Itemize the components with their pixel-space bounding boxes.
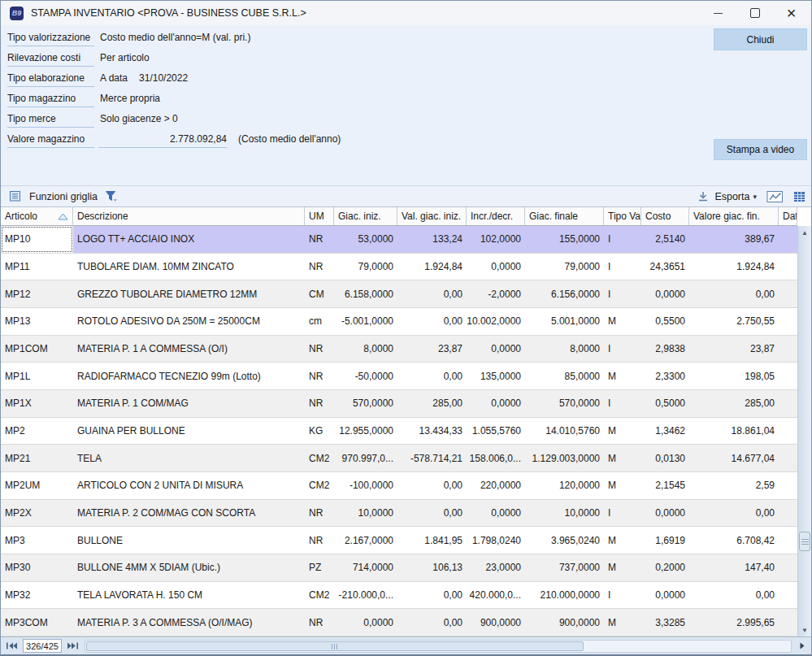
column-header-valore-giac-fin[interactable]: Valore giac. fin. bbox=[689, 207, 779, 225]
vertical-scroll-thumb[interactable] bbox=[799, 532, 810, 551]
table-row[interactable]: MP13ROTOLO ADESIVO DA 250M = 25000CMcm-5… bbox=[1, 308, 797, 336]
cell-descrizione[interactable]: ROTOLO ADESIVO DA 250M = 25000CM bbox=[73, 308, 305, 335]
cell-data-fi[interactable] bbox=[779, 609, 797, 636]
cell-valore-giac-fin[interactable]: 0,00 bbox=[689, 280, 779, 307]
cell-valore-giac-fin[interactable]: 2,59 bbox=[689, 472, 779, 499]
column-header-data-fi[interactable]: Data fi bbox=[779, 207, 797, 225]
cell-descrizione[interactable]: TUBOLARE DIAM. 10MM ZINCATO bbox=[73, 254, 305, 280]
cell-valore-giac-fin[interactable]: 147,40 bbox=[689, 554, 779, 581]
cell-articolo[interactable]: MP2UM bbox=[1, 472, 73, 499]
cell-tipo-val[interactable]: I bbox=[604, 254, 641, 280]
cell-data-fi[interactable] bbox=[779, 336, 797, 363]
cell-data-fi[interactable] bbox=[779, 254, 797, 280]
cell-giac-iniz[interactable]: 12.955,0000 bbox=[334, 418, 397, 445]
cell-val-giac-iniz[interactable]: 23,87 bbox=[397, 336, 467, 363]
cell-costo[interactable]: 1,3462 bbox=[641, 418, 689, 445]
cell-descrizione[interactable]: GUAINA PER BULLONE bbox=[73, 418, 305, 445]
cell-giac-iniz[interactable]: 79,0000 bbox=[334, 254, 397, 280]
cell-giac-finale[interactable]: 79,0000 bbox=[525, 254, 604, 280]
cell-descrizione[interactable]: MATERIA P. 1 A COMMESSA (O/I) bbox=[73, 336, 305, 363]
export-download-icon[interactable] bbox=[697, 190, 710, 202]
cell-um[interactable]: NR bbox=[305, 527, 334, 554]
cell-incr-decr[interactable]: 135,0000 bbox=[467, 363, 525, 389]
cell-costo[interactable]: 0,0000 bbox=[641, 500, 689, 527]
cell-valore-giac-fin[interactable]: 1.924,84 bbox=[689, 254, 779, 280]
cell-incr-decr[interactable]: 0,0000 bbox=[467, 500, 525, 527]
cell-descrizione[interactable]: BULLONE bbox=[73, 527, 305, 554]
cell-giac-finale[interactable]: 570,0000 bbox=[525, 390, 604, 417]
cell-costo[interactable]: 0,0130 bbox=[641, 445, 689, 471]
cell-giac-iniz[interactable]: -50,0000 bbox=[334, 363, 397, 389]
cell-costo[interactable]: 2,1545 bbox=[641, 472, 689, 499]
cell-um[interactable]: CM2 bbox=[305, 472, 334, 499]
cell-val-giac-iniz[interactable]: 133,24 bbox=[397, 226, 467, 253]
cell-giac-finale[interactable]: 155,0000 bbox=[525, 226, 604, 253]
cell-giac-finale[interactable]: 8,0000 bbox=[525, 336, 604, 363]
cell-tipo-val[interactable]: I bbox=[604, 280, 641, 307]
export-caret-icon[interactable]: ▾ bbox=[753, 193, 757, 201]
cell-giac-iniz[interactable]: -5.001,0000 bbox=[334, 308, 397, 335]
cell-val-giac-iniz[interactable]: 0,00 bbox=[397, 472, 467, 499]
cell-costo[interactable]: 0,2000 bbox=[641, 554, 689, 581]
scroll-up-button[interactable]: ▲ bbox=[798, 226, 811, 239]
table-row[interactable]: MP2XMATERIA P. 2 COM/MAG CON SCORTANR10,… bbox=[1, 500, 797, 528]
cell-giac-iniz[interactable]: 10,0000 bbox=[334, 500, 397, 527]
cell-valore-giac-fin[interactable]: 2.995,65 bbox=[689, 609, 779, 636]
cell-articolo[interactable]: MP1COM bbox=[1, 336, 73, 363]
export-button[interactable]: Esporta bbox=[714, 191, 749, 202]
cell-um[interactable]: NR bbox=[305, 363, 334, 389]
first-record-button[interactable] bbox=[4, 640, 20, 653]
cell-tipo-val[interactable]: M bbox=[604, 472, 641, 499]
cell-val-giac-iniz[interactable]: 0,00 bbox=[397, 363, 467, 389]
column-header-articolo[interactable]: Articolo bbox=[1, 207, 73, 225]
cell-valore-giac-fin[interactable]: 0,00 bbox=[689, 500, 779, 527]
cell-giac-finale[interactable]: 85,0000 bbox=[525, 363, 604, 389]
cell-incr-decr[interactable]: 220,0000 bbox=[467, 472, 525, 499]
cell-giac-iniz[interactable]: 53,0000 bbox=[334, 226, 397, 253]
cell-incr-decr[interactable]: 900,0000 bbox=[467, 609, 525, 636]
cell-articolo[interactable]: MP13 bbox=[1, 308, 73, 335]
cell-tipo-val[interactable]: M bbox=[604, 418, 641, 445]
cell-costo[interactable]: 0,0000 bbox=[641, 582, 689, 609]
cell-valore-giac-fin[interactable]: 18.861,04 bbox=[689, 418, 779, 445]
cell-tipo-val[interactable]: I bbox=[604, 336, 641, 363]
cell-giac-iniz[interactable]: 570,0000 bbox=[334, 390, 397, 417]
cell-giac-finale[interactable]: 10,0000 bbox=[525, 500, 604, 527]
cell-val-giac-iniz[interactable]: 0,00 bbox=[397, 500, 467, 527]
cell-giac-finale[interactable]: 5.001,0000 bbox=[525, 308, 604, 335]
cell-val-giac-iniz[interactable]: 0,00 bbox=[397, 582, 467, 609]
table-row[interactable]: MP2GUAINA PER BULLONEKG12.955,000013.434… bbox=[1, 418, 797, 445]
chiudi-button[interactable]: Chiudi bbox=[714, 28, 807, 50]
maximize-button[interactable] bbox=[736, 1, 773, 25]
table-row[interactable]: MP1COMMATERIA P. 1 A COMMESSA (O/I)NR8,0… bbox=[1, 336, 797, 363]
horizontal-scroll-thumb[interactable] bbox=[86, 641, 584, 651]
cell-descrizione[interactable]: BULLONE 4MM X 5DIAM (Ubic.) bbox=[73, 554, 305, 581]
column-header-val-giac-iniz[interactable]: Val. giac. iniz. bbox=[397, 207, 467, 225]
cell-data-fi[interactable] bbox=[779, 527, 797, 554]
vertical-scrollbar[interactable]: ▲ ▼ bbox=[797, 226, 811, 636]
cell-descrizione[interactable]: MATERIA P. 1 COM/MAG bbox=[73, 390, 305, 417]
cell-incr-decr[interactable]: 420.000,0... bbox=[467, 582, 525, 609]
cell-giac-iniz[interactable]: -210.000,0... bbox=[334, 582, 397, 609]
cell-um[interactable]: PZ bbox=[305, 554, 334, 581]
cell-um[interactable]: CM2 bbox=[305, 445, 334, 471]
cell-um[interactable]: NR bbox=[305, 254, 334, 280]
cell-um[interactable]: NR bbox=[305, 226, 334, 253]
cell-costo[interactable]: 0,5500 bbox=[641, 308, 689, 335]
cell-incr-decr[interactable]: 158.006,0... bbox=[467, 445, 525, 471]
cell-um[interactable]: KG bbox=[305, 418, 334, 445]
cell-valore-giac-fin[interactable]: 2.750,55 bbox=[689, 308, 779, 335]
cell-descrizione[interactable]: RADIOFARMACO TECNEZIO 99m (Lotto) bbox=[73, 363, 305, 389]
cell-giac-finale[interactable]: 3.965,0240 bbox=[525, 527, 604, 554]
cell-tipo-val[interactable]: I bbox=[604, 582, 641, 609]
stampa-a-video-button[interactable]: Stampa a video bbox=[714, 139, 807, 160]
cell-giac-iniz[interactable]: 8,0000 bbox=[334, 336, 397, 363]
cell-valore-giac-fin[interactable]: 389,67 bbox=[689, 226, 779, 253]
filter-icon[interactable] bbox=[105, 190, 118, 202]
cell-data-fi[interactable] bbox=[779, 280, 797, 307]
cell-incr-decr[interactable]: 1.798,0240 bbox=[467, 527, 525, 554]
cell-descrizione[interactable]: MATERIA P. 2 COM/MAG CON SCORTA bbox=[73, 500, 305, 527]
cell-um[interactable]: NR bbox=[305, 500, 334, 527]
cell-um[interactable]: NR bbox=[305, 609, 334, 636]
cell-tipo-val[interactable]: M bbox=[604, 554, 641, 581]
